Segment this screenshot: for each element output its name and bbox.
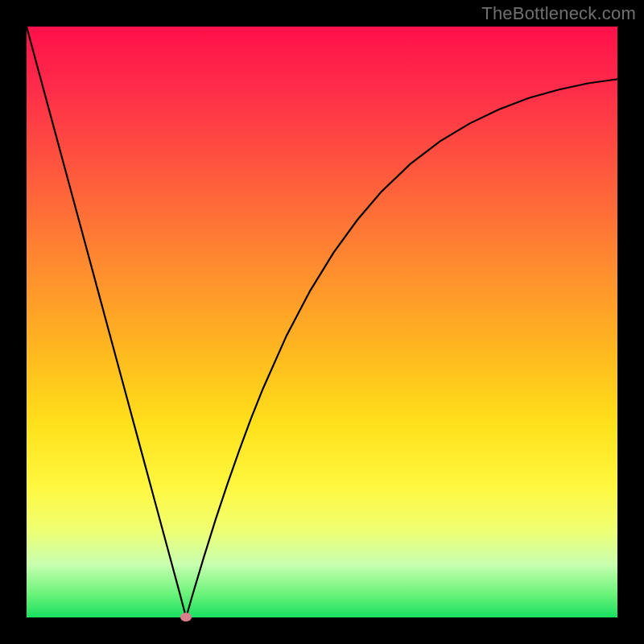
watermark-text: TheBottleneck.com (481, 3, 636, 24)
curve-path (27, 27, 617, 617)
plot-area (27, 27, 617, 617)
chart-frame: TheBottleneck.com (0, 0, 644, 644)
optimal-point-marker (180, 613, 192, 621)
bottleneck-curve (27, 27, 617, 617)
